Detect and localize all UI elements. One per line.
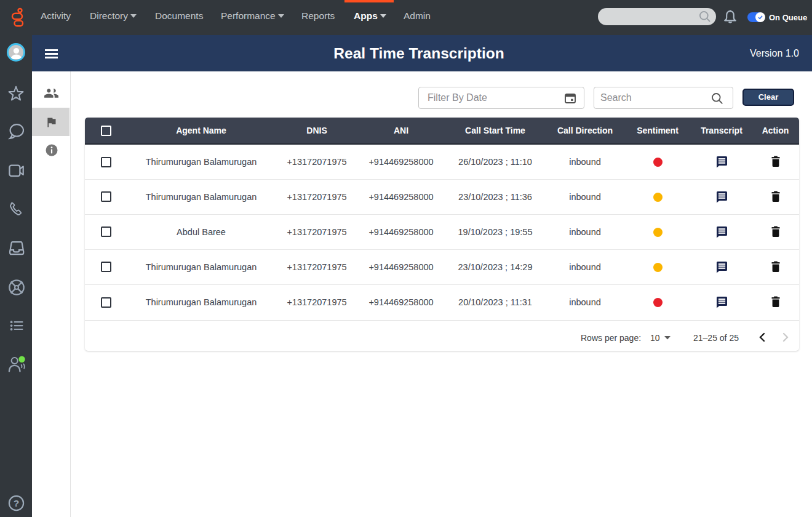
svg-text:?: ?	[14, 498, 19, 508]
